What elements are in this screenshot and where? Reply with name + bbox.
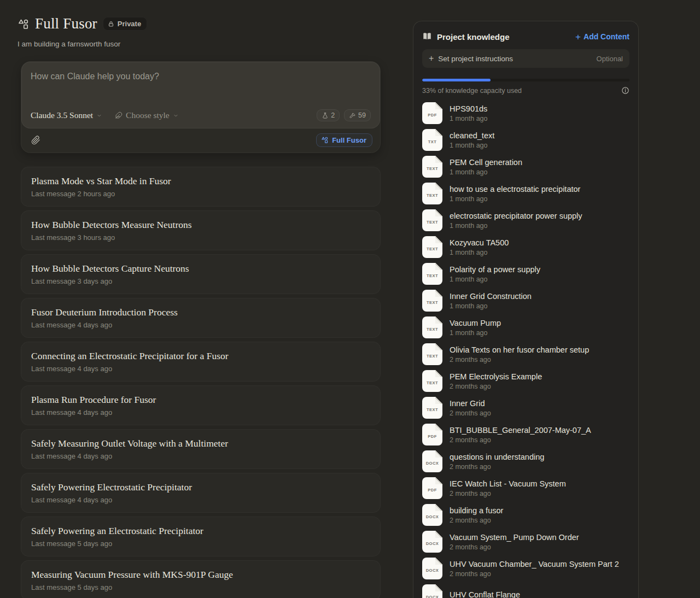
- capacity-progress-track: [422, 79, 629, 81]
- chat-card[interactable]: Safely Powering Electrostatic Precipitat…: [21, 473, 381, 513]
- knowledge-file-item[interactable]: DOCX Vacuum System_ Pump Down Order 2 mo…: [422, 531, 629, 553]
- capacity-text: 33% of knowledge capacity used: [422, 87, 621, 95]
- chat-time: Last message 2 hours ago: [31, 190, 370, 198]
- file-text: questions in understanding 2 months ago: [450, 453, 544, 471]
- chat-card[interactable]: Safely Measuring Outlet Voltage with a M…: [21, 429, 381, 469]
- experiments-pill[interactable]: 2: [317, 109, 340, 121]
- file-name: building a fusor: [450, 506, 503, 515]
- document-icon: TEXT: [422, 397, 442, 419]
- knowledge-file-item[interactable]: PDF HPS901ds 1 month ago: [422, 102, 629, 124]
- file-name: Kozyvacu TA500: [450, 238, 509, 247]
- document-icon: DOCX: [422, 504, 442, 526]
- chat-title: Measuring Vacuum Pressure with MKS-901P …: [31, 569, 370, 581]
- chat-time: Last message 4 days ago: [31, 321, 370, 329]
- knowledge-file-item[interactable]: TEXT Inner Grid Construction 1 month ago: [422, 290, 629, 312]
- document-type-label: PDF: [428, 484, 437, 493]
- file-name: PEM Electrolysis Example: [450, 372, 542, 381]
- file-name: electrostatic precipitator power supply: [450, 212, 582, 220]
- chat-time: Last message 3 days ago: [31, 277, 370, 285]
- knowledge-file-item[interactable]: TEXT Inner Grid 2 months ago: [422, 397, 629, 419]
- document-type-label: TEXT: [427, 323, 438, 332]
- document-icon: PDF: [422, 424, 442, 445]
- file-text: Vacuum System_ Pump Down Order 2 months …: [450, 533, 579, 551]
- chat-card[interactable]: Plasma Run Procedure for Fusor Last mess…: [21, 385, 381, 425]
- chat-card[interactable]: Fusor Deuterium Introduction Process Las…: [21, 298, 381, 338]
- file-name: UHV Conflat Flange: [450, 590, 520, 598]
- chat-title: Connecting an Electrostatic Precipitator…: [31, 350, 370, 362]
- chat-title: Safely Measuring Outlet Voltage with a M…: [31, 438, 370, 449]
- file-time: 2 months ago: [450, 409, 491, 417]
- add-content-button[interactable]: + Add Content: [575, 32, 629, 42]
- set-instructions-button[interactable]: + Set project instructions Optional: [422, 49, 629, 68]
- composer-input[interactable]: How can Claude help you today? Claude 3.…: [21, 62, 380, 128]
- model-selector[interactable]: Claude 3.5 Sonnet: [31, 110, 102, 120]
- document-type-label: DOCX: [426, 511, 439, 519]
- knowledge-file-item[interactable]: TEXT how to use a electrostatic precipit…: [422, 183, 629, 204]
- knowledge-file-item[interactable]: TEXT Olivia Texts on her fusor chamber s…: [422, 343, 629, 365]
- chat-list: Plasma Mode vs Star Mode in Fusor Last m…: [21, 167, 381, 598]
- file-time: 1 month ago: [450, 195, 580, 203]
- document-type-label: DOCX: [426, 457, 439, 466]
- file-name: Inner Grid: [450, 399, 491, 408]
- chat-card[interactable]: How Bubble Detectors Capture Neutrons La…: [21, 254, 381, 294]
- experiments-count: 2: [331, 112, 335, 119]
- document-type-label: TEXT: [427, 189, 438, 198]
- file-text: Vacuum Pump 1 month ago: [450, 319, 501, 337]
- knowledge-file-item[interactable]: TEXT PEM Cell generation 1 month ago: [422, 156, 629, 178]
- style-selector[interactable]: Choose style: [114, 110, 179, 120]
- project-description: I am building a farnsworth fusor: [16, 40, 382, 48]
- paperclip-icon[interactable]: [31, 136, 40, 145]
- knowledge-file-item[interactable]: PDF IEC Watch List - Vacuum System 2 mon…: [422, 477, 629, 499]
- file-time: 1 month ago: [450, 222, 582, 230]
- document-type-label: TEXT: [427, 296, 438, 305]
- chat-card[interactable]: Measuring Vacuum Pressure with MKS-901P …: [21, 560, 381, 598]
- file-name: questions in understanding: [450, 453, 544, 461]
- main-column: Full Fusor Private I am building a farns…: [16, 15, 382, 598]
- knowledge-file-item[interactable]: DOCX UHV Conflat Flange: [422, 584, 629, 598]
- file-text: BTI_BUBBLE_General_2007-May-07_A 2 month…: [450, 426, 591, 444]
- chat-time: Last message 4 days ago: [31, 365, 370, 373]
- capacity-progress-fill: [422, 79, 491, 81]
- model-label: Claude 3.5 Sonnet: [31, 110, 93, 120]
- file-time: 1 month ago: [450, 329, 501, 337]
- knowledge-file-item[interactable]: PDF BTI_BUBBLE_General_2007-May-07_A 2 m…: [422, 424, 629, 445]
- chat-card[interactable]: Plasma Mode vs Star Mode in Fusor Last m…: [21, 167, 381, 207]
- file-name: how to use a electrostatic precipitator: [450, 185, 580, 194]
- knowledge-file-item[interactable]: TEXT Kozyvacu TA500 1 month ago: [422, 236, 629, 258]
- instructions-label: Set project instructions: [438, 55, 596, 63]
- privacy-badge[interactable]: Private: [103, 17, 147, 31]
- privacy-label: Private: [118, 20, 141, 28]
- info-icon[interactable]: [621, 86, 629, 95]
- knowledge-file-item[interactable]: DOCX questions in understanding 2 months…: [422, 450, 629, 472]
- chat-card[interactable]: Connecting an Electrostatic Precipitator…: [21, 342, 381, 382]
- chat-card[interactable]: How Bubble Detectors Measure Neutrons La…: [21, 210, 381, 250]
- knowledge-file-item[interactable]: DOCX building a fusor 2 months ago: [422, 504, 629, 526]
- document-icon: PDF: [422, 477, 442, 499]
- knowledge-file-item[interactable]: TEXT Polarity of a power supply 1 month …: [422, 263, 629, 285]
- knowledge-file-item[interactable]: TXT cleaned_text 1 month ago: [422, 129, 629, 151]
- chat-title: Fusor Deuterium Introduction Process: [31, 307, 370, 318]
- document-type-label: TEXT: [427, 377, 438, 385]
- file-text: UHV Vacuum Chamber_ Vacuum System Part 2…: [450, 560, 619, 578]
- tools-count: 59: [358, 112, 366, 119]
- project-knowledge-panel: Project knowledge + Add Content + Set pr…: [413, 21, 639, 598]
- knowledge-file-item[interactable]: DOCX UHV Vacuum Chamber_ Vacuum System P…: [422, 558, 629, 579]
- chat-card[interactable]: Safely Powering an Electrostatic Precipi…: [21, 517, 381, 556]
- file-time: 2 months ago: [450, 490, 566, 497]
- chevron-down-icon: [96, 113, 102, 119]
- capacity-row: 33% of knowledge capacity used: [422, 86, 629, 95]
- document-icon: DOCX: [422, 558, 442, 579]
- project-shapes-icon: [18, 18, 30, 30]
- file-text: UHV Conflat Flange: [450, 590, 520, 598]
- chat-time: Last message 4 days ago: [31, 408, 370, 417]
- knowledge-file-item[interactable]: TEXT electrostatic precipitator power su…: [422, 209, 629, 231]
- chat-title: Plasma Run Procedure for Fusor: [31, 394, 370, 406]
- knowledge-file-item[interactable]: TEXT PEM Electrolysis Example 2 months a…: [422, 370, 629, 392]
- file-time: 1 month ago: [450, 142, 494, 149]
- file-name: Vacuum System_ Pump Down Order: [450, 533, 579, 542]
- project-chip[interactable]: Full Fusor: [316, 133, 372, 147]
- knowledge-file-item[interactable]: TEXT Vacuum Pump 1 month ago: [422, 316, 629, 338]
- chat-title: Plasma Mode vs Star Mode in Fusor: [31, 175, 370, 187]
- tools-pill[interactable]: 59: [344, 109, 371, 121]
- document-type-label: TEXT: [427, 350, 438, 359]
